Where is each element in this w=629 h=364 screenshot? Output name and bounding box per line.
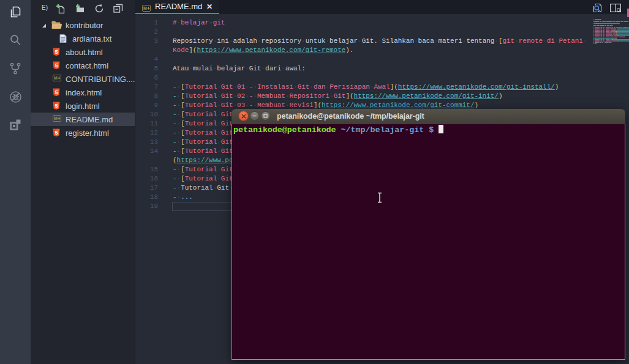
svg-text:M: M [143,6,147,10]
svg-text:5: 5 [55,49,58,55]
svg-text:M: M [54,116,58,121]
svg-text:5: 5 [55,62,58,69]
svg-text:5: 5 [55,103,58,109]
svg-text:5: 5 [55,89,58,95]
svg-text:M: M [54,76,58,80]
svg-text:5: 5 [55,130,58,136]
